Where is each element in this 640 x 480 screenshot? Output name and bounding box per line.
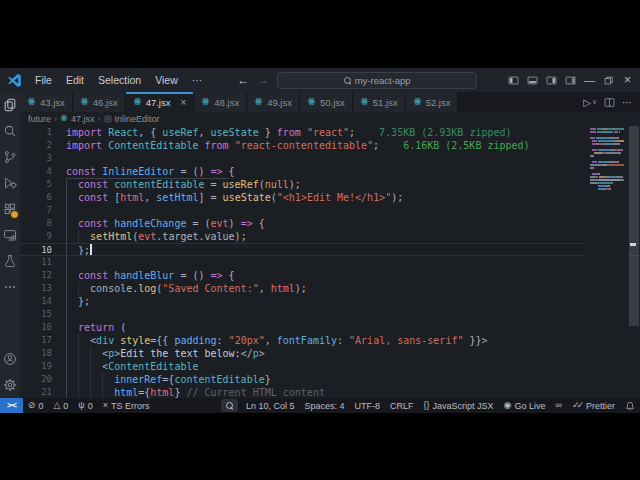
tab-label: 46.jsx xyxy=(93,97,118,108)
code-line-7[interactable]: 7 xyxy=(20,204,640,217)
code-editor[interactable]: 1import React, { useRef, useState } from… xyxy=(20,126,640,398)
code-line-17[interactable]: 17 <div style={{ padding: "20px", fontFa… xyxy=(20,334,640,347)
code-line-12[interactable]: 12 const handleBlur = () => { xyxy=(20,269,640,282)
customize-layout-icon[interactable] xyxy=(562,70,579,90)
command-center-search[interactable]: my-react-app xyxy=(277,72,477,89)
tab-51.jsx[interactable]: 51.jsx xyxy=(353,92,406,112)
activity-source-control-icon[interactable] xyxy=(0,144,20,170)
code-line-5[interactable]: 5 const contentEditable = useRef(null); xyxy=(20,178,640,191)
code-line-9[interactable]: 9 setHtml(evt.target.value); xyxy=(20,230,640,243)
code-line-21[interactable]: 21 html={html} // Current HTML content xyxy=(20,386,640,398)
activity-testing-icon[interactable] xyxy=(0,248,20,274)
status-problems-errors[interactable]: ⊘0 xyxy=(23,398,49,413)
activity-settings-icon[interactable] xyxy=(0,372,20,398)
vertical-scrollbar[interactable] xyxy=(628,126,640,398)
status-label: CRLF xyxy=(390,401,414,411)
status-problems-warnings[interactable]: △0 xyxy=(48,398,73,413)
line-content: const handleChange = (evt) => { xyxy=(66,217,640,230)
remote-indicator-icon: >< xyxy=(7,401,16,410)
maximize-button[interactable] xyxy=(600,70,617,90)
breadcrumb-item-future[interactable]: future xyxy=(28,114,51,124)
status-eol[interactable]: CRLF xyxy=(385,398,419,413)
status-zoom-indicator[interactable] xyxy=(221,399,238,412)
title-bar: FileEditSelectionView··· ← → my-react-ap… xyxy=(0,68,640,92)
status-cursor-position[interactable]: Ln 10, Col 5 xyxy=(241,398,300,413)
tab-bar: 43.jsx46.jsx47.jsx×48.jsx49.jsx50.jsx51.… xyxy=(20,92,640,112)
split-editor-button[interactable] xyxy=(604,97,615,108)
activity-account-icon[interactable] xyxy=(0,346,20,372)
status-encoding[interactable]: UTF-8 xyxy=(350,398,386,413)
breadcrumb-item-47.jsx[interactable]: 47.jsx xyxy=(60,114,95,124)
workbench: 43.jsx46.jsx47.jsx×48.jsx49.jsx50.jsx51.… xyxy=(0,92,640,398)
code-line-15[interactable]: 15 xyxy=(20,308,640,321)
line-number: 2 xyxy=(20,139,66,152)
tab-49.jsx[interactable]: 49.jsx xyxy=(247,92,300,112)
line-content: html={html} // Current HTML content xyxy=(66,386,640,398)
code-line-20[interactable]: 20 innerRef={contentEditable} xyxy=(20,373,640,386)
menu-edit[interactable]: Edit xyxy=(59,68,91,92)
status-indentation[interactable]: Spaces: 4 xyxy=(299,398,349,413)
code-line-4[interactable]: 4const InlineEditor = () => { xyxy=(20,165,640,178)
code-line-18[interactable]: 18 <p>Edit the text below:</p> xyxy=(20,347,640,360)
run-code-button[interactable]: ▷∨ xyxy=(583,97,597,108)
menu-selection[interactable]: Selection xyxy=(91,68,148,92)
tab-46.jsx[interactable]: 46.jsx xyxy=(73,92,126,112)
tab-48.jsx[interactable]: 48.jsx xyxy=(194,92,247,112)
tab-47.jsx[interactable]: 47.jsx× xyxy=(126,92,195,112)
status-label: 0 xyxy=(38,401,43,411)
menu-file[interactable]: File xyxy=(28,68,59,92)
code-line-6[interactable]: 6 const [html, setHtml] = useState("<h1>… xyxy=(20,191,640,204)
status-ports[interactable]: ψ0 xyxy=(73,398,97,413)
close-button[interactable]: × xyxy=(619,70,636,90)
code-line-1[interactable]: 1import React, { useRef, useState } from… xyxy=(20,126,640,139)
code-line-11[interactable]: 11 xyxy=(20,256,640,269)
code-line-3[interactable]: 3 xyxy=(20,152,640,165)
breadcrumb-item-inlineeditor[interactable]: InlineEditor xyxy=(104,114,160,124)
title-bar-center: ← → my-react-app xyxy=(209,72,505,89)
activity-explorer-icon[interactable] xyxy=(0,92,20,118)
minimize-button[interactable]: — xyxy=(581,70,598,90)
code-line-8[interactable]: 8 const handleChange = (evt) => { xyxy=(20,217,640,230)
breadcrumb-separator: › xyxy=(54,114,57,124)
import-cost-annotation: 6.16KB (2.5KB zipped) xyxy=(403,140,529,151)
tab-52.jsx[interactable]: 52.jsx xyxy=(406,92,459,112)
react-file-icon xyxy=(254,97,263,108)
react-file-icon xyxy=(27,97,36,108)
status-notifications[interactable] xyxy=(620,398,640,413)
activity-more-icon[interactable] xyxy=(0,274,20,300)
more-actions-button[interactable]: ⋯ xyxy=(622,97,632,108)
code-line-10[interactable]: 10 }; xyxy=(20,243,640,256)
toggle-panel-icon[interactable] xyxy=(524,70,541,90)
tab-50.jsx[interactable]: 50.jsx xyxy=(300,92,353,112)
code-line-16[interactable]: 16 return ( xyxy=(20,321,640,334)
tab-43.jsx[interactable]: 43.jsx xyxy=(20,92,73,112)
activity-remote-explorer-icon[interactable] xyxy=(0,222,20,248)
menu-view[interactable]: View xyxy=(148,68,185,92)
tab-close-icon[interactable]: × xyxy=(180,97,186,108)
activity-extensions-icon[interactable] xyxy=(0,196,20,222)
back-button[interactable]: ← xyxy=(237,73,249,87)
tab-label: 43.jsx xyxy=(40,97,65,108)
toggle-sidebar-right-icon[interactable] xyxy=(543,70,560,90)
forward-button[interactable]: → xyxy=(257,73,269,87)
code-line-19[interactable]: 19 <ContentEditable xyxy=(20,360,640,373)
code-line-2[interactable]: 2import ContentEditable from "react-cont… xyxy=(20,139,640,152)
minimap[interactable] xyxy=(584,126,628,398)
status-go-live[interactable]: ◉Go Live xyxy=(499,398,551,413)
code-line-14[interactable]: 14 }; xyxy=(20,295,640,308)
scrollbar-thumb[interactable] xyxy=(629,126,639,326)
status-ts-errors[interactable]: ×TS Errors xyxy=(98,398,155,413)
prettier-icon: ✓✓ xyxy=(572,401,583,410)
activity-run-debug-icon[interactable] xyxy=(0,170,20,196)
status-copilot[interactable]: ∞ xyxy=(550,398,566,413)
status-remote-indicator[interactable]: >< xyxy=(0,398,23,413)
toggle-sidebar-left-icon[interactable] xyxy=(505,70,522,90)
status-language-mode[interactable]: {}JavaScript JSX xyxy=(419,398,499,413)
code-line-13[interactable]: 13 console.log("Saved Content:", html); xyxy=(20,282,640,295)
status-bar: ><⊘0△0ψ0×TS Errors Ln 10, Col 5Spaces: 4… xyxy=(0,398,640,413)
activity-search-icon[interactable] xyxy=(0,118,20,144)
line-content: const InlineEditor = () => { xyxy=(66,165,640,178)
status-prettier[interactable]: ✓✓Prettier xyxy=(567,398,620,413)
search-icon xyxy=(344,77,351,84)
menu-more[interactable]: ··· xyxy=(185,68,210,92)
